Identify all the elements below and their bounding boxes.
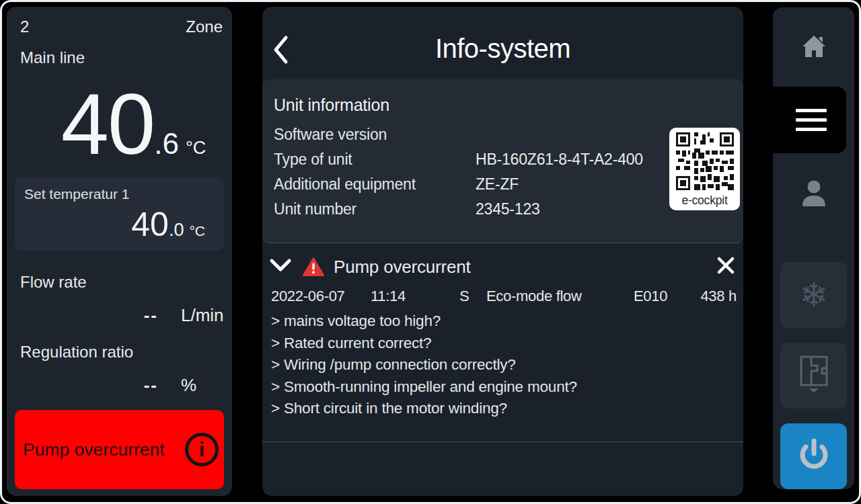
info-system-panel: Info-system Unit information Software ve…: [262, 7, 743, 496]
home-button[interactable]: [773, 17, 854, 77]
row-label: Software version: [274, 126, 476, 144]
close-alarm-button[interactable]: [716, 256, 735, 278]
qr-label: e-cockpit: [669, 193, 740, 209]
expand-alarm-button[interactable]: [269, 258, 292, 276]
row-label: Unit number: [274, 200, 476, 218]
row-value: HB-160Z61-8-4T-A2-400: [476, 151, 660, 169]
table-row: Type of unit HB-160Z61-8-4T-A2-400: [274, 147, 660, 172]
list-item: > Smooth-running impeller and engine mou…: [271, 376, 734, 398]
unit-information-section: Unit information Software version Type o…: [262, 79, 743, 243]
unit-information-title: Unit information: [274, 95, 389, 115]
set-temperature-box[interactable]: Set temperatur 1 40 .0 °C: [15, 177, 224, 251]
alarm-code: E010: [634, 288, 667, 305]
hmi-screen: { "colors": { "alarm_red": "#ff0000", "p…: [0, 0, 861, 504]
qr-code: [676, 181, 734, 192]
flow-rate-value: --: [7, 305, 158, 326]
alarm-date: 2022-06-07: [271, 288, 345, 305]
main-line-label: Main line: [20, 48, 85, 67]
zone-row: 2 Zone: [20, 17, 223, 36]
flow-rate-unit: L/min: [181, 305, 231, 326]
list-item: > Wiring /pump connection correctly?: [271, 354, 734, 376]
cooling-button[interactable]: ❄: [780, 262, 847, 328]
alarm-hours: 438 h: [700, 288, 737, 305]
menu-button-active[interactable]: [756, 87, 846, 153]
chevron-down-icon: [269, 258, 292, 276]
alarm-meta-row: 2022-06-07 11:14 S Eco-mode flow E010 43…: [262, 288, 743, 306]
alarm-banner-label: Pump overcurrent: [23, 439, 185, 460]
table-row: Software version: [274, 122, 660, 147]
flow-rate-label: Flow rate: [20, 273, 87, 292]
mold-icon: [798, 355, 830, 396]
alarm-state: S: [459, 288, 469, 305]
unit-information-rows: Software version Type of unit HB-160Z61-…: [274, 122, 660, 222]
main-temperature-value: 40 .6 °C: [7, 79, 232, 169]
hamburger-menu-icon: [796, 109, 827, 131]
regulation-ratio-value: --: [7, 375, 158, 396]
set-temp-dec: .0: [169, 220, 184, 241]
flow-rate-value-row: -- L/min: [7, 305, 232, 326]
warning-triangle-icon: [303, 257, 324, 277]
home-icon: [800, 33, 827, 61]
set-temperature-label: Set temperatur 1: [24, 186, 129, 202]
regulation-ratio-value-row: -- %: [7, 375, 232, 396]
table-row: Unit number 2345-123: [274, 197, 660, 222]
alarm-header: Pump overcurrent: [269, 253, 735, 281]
main-temp-dec: .6: [154, 127, 179, 161]
row-label: Type of unit: [274, 151, 476, 169]
list-item: > mains voltage too high?: [271, 310, 734, 333]
section-divider: [262, 442, 743, 442]
page-title: Info-system: [262, 34, 743, 64]
list-item: > Short circuit in the motor winding?: [271, 398, 734, 420]
main-temp-int: 40: [61, 79, 154, 169]
regulation-ratio-unit: %: [181, 375, 231, 396]
set-temperature-value: 40 .0 °C: [131, 208, 205, 241]
alarm-banner[interactable]: Pump overcurrent i: [15, 410, 224, 489]
set-temp-unit: °C: [189, 223, 205, 239]
user-button[interactable]: [773, 164, 854, 224]
alarm-checklist: > mains voltage too high? > Rated curren…: [271, 310, 734, 420]
snowflake-icon: ❄: [800, 278, 828, 312]
row-value: 2345-123: [476, 200, 660, 218]
zone-status-panel: 2 Zone Main line 40 .6 °C Set temperatur…: [7, 7, 232, 496]
mold-button[interactable]: [780, 343, 847, 409]
alarm-time: 11:14: [371, 288, 406, 305]
row-value: ZE-ZF: [476, 175, 660, 194]
table-row: Additional equipment ZE-ZF: [274, 172, 660, 197]
alarm-description: Eco-mode flow: [486, 288, 582, 305]
power-button[interactable]: [780, 423, 847, 489]
row-label: Additional equipment: [274, 175, 476, 194]
list-item: > Rated current correct?: [271, 333, 734, 355]
regulation-ratio-label: Regulation ratio: [20, 343, 133, 362]
zone-number: 2: [20, 17, 29, 36]
user-icon: [799, 178, 829, 210]
zone-label: Zone: [186, 17, 223, 36]
set-temp-int: 40: [131, 208, 169, 241]
power-icon: [797, 438, 831, 474]
sidebar: ❄: [773, 7, 854, 489]
info-icon[interactable]: i: [185, 433, 219, 466]
main-temp-unit: °C: [186, 138, 206, 159]
qr-card[interactable]: e-cockpit: [669, 128, 740, 210]
alarm-title: Pump overcurrent: [334, 257, 470, 278]
close-icon: [716, 256, 735, 278]
